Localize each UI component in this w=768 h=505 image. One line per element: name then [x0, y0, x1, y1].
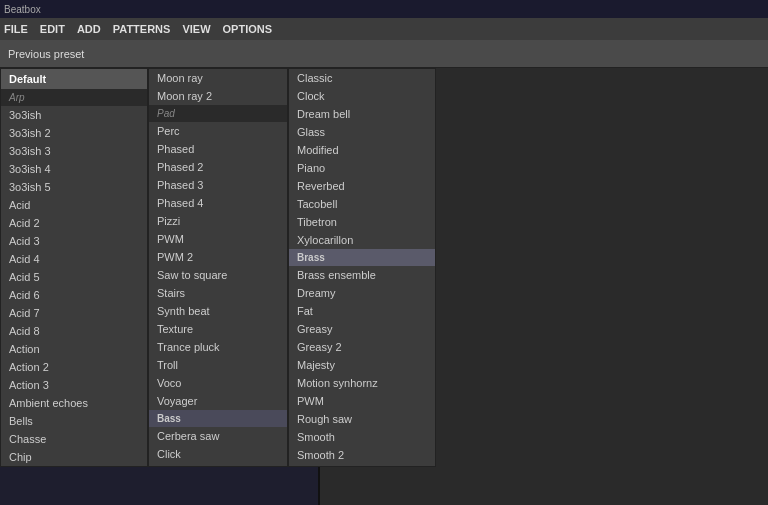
menu-patterns[interactable]: PATTERNS	[113, 23, 171, 35]
list-item[interactable]: Pizzi	[149, 212, 287, 230]
list-item[interactable]: Phased 4	[149, 194, 287, 212]
menu-options[interactable]: OPTIONS	[223, 23, 273, 35]
list-item[interactable]: Acid	[1, 196, 147, 214]
list-item[interactable]: Acid 6	[1, 286, 147, 304]
list-item[interactable]: Xylocarillon	[289, 231, 435, 249]
list-item[interactable]: Trance pluck	[149, 338, 287, 356]
list-item[interactable]: Phased 2	[149, 158, 287, 176]
list-item[interactable]: Acid 3	[1, 232, 147, 250]
menu-add[interactable]: ADD	[77, 23, 101, 35]
list-item[interactable]: Modified	[289, 141, 435, 159]
list-item[interactable]: Acid 2	[1, 214, 147, 232]
dropdown-col-2: Moon ray Moon ray 2 Pad Perc Phased Phas…	[148, 68, 288, 467]
dropdown-col2-section-pad: Pad	[149, 105, 287, 122]
list-item[interactable]: Dreamy	[289, 284, 435, 302]
menu-view[interactable]: VIEW	[182, 23, 210, 35]
list-item[interactable]: Glass	[289, 123, 435, 141]
list-item[interactable]: Acid 7	[1, 304, 147, 322]
list-item[interactable]: Moon ray	[149, 69, 287, 87]
menu-edit[interactable]: EDIT	[40, 23, 65, 35]
list-item[interactable]: Rough saw	[289, 410, 435, 428]
list-item[interactable]: Moon ray 2	[149, 87, 287, 105]
list-item[interactable]: Tibetron	[289, 213, 435, 231]
list-item[interactable]: 3o3ish 2	[1, 124, 147, 142]
list-item[interactable]: Acid 5	[1, 268, 147, 286]
menu-bar: FILE EDIT ADD PATTERNS VIEW OPTIONS	[0, 18, 768, 40]
list-item[interactable]: Smooth	[289, 428, 435, 446]
list-item[interactable]: Ambient echoes	[1, 394, 147, 412]
previous-preset-label: Previous preset	[8, 48, 84, 60]
list-item[interactable]: PWM 2	[149, 248, 287, 266]
list-item[interactable]: Brass ensemble	[289, 266, 435, 284]
list-item[interactable]: Phased	[149, 140, 287, 158]
list-item[interactable]: Cerbera saw	[149, 427, 287, 445]
list-item[interactable]: Greasy 2	[289, 338, 435, 356]
list-item[interactable]: Smooth 2	[289, 446, 435, 464]
list-item[interactable]: Stairs	[149, 284, 287, 302]
list-item[interactable]: Piano	[289, 159, 435, 177]
list-item[interactable]: 3o3ish	[1, 106, 147, 124]
list-item[interactable]: Voco	[149, 374, 287, 392]
list-item[interactable]: Fat	[289, 302, 435, 320]
list-item[interactable]: Action	[1, 340, 147, 358]
list-item[interactable]: Motion synhornz	[289, 374, 435, 392]
list-item[interactable]: Perc	[149, 122, 287, 140]
list-item[interactable]: Clock	[289, 87, 435, 105]
list-item[interactable]: Action 2	[1, 358, 147, 376]
list-item[interactable]: Phased 3	[149, 176, 287, 194]
list-item[interactable]: 3o3ish 4	[1, 160, 147, 178]
title-text: Beatbox	[4, 4, 41, 15]
list-item[interactable]: 3o3ish 3	[1, 142, 147, 160]
list-item[interactable]: Reverbed	[289, 177, 435, 195]
main-layout: Sytrus (Master) MAIN OP 1 OP 2 SH	[0, 68, 768, 505]
list-item[interactable]: Bells	[1, 412, 147, 430]
dropdown-col3-section-brass: Brass	[289, 249, 435, 266]
list-item[interactable]: PWM	[289, 392, 435, 410]
list-item[interactable]: Majesty	[289, 356, 435, 374]
dropdown-col1-section-arp: Arp	[1, 89, 147, 106]
list-item[interactable]: Tacobell	[289, 195, 435, 213]
dropdown-overlay: Default Arp 3o3ish 3o3ish 2 3o3ish 3 3o3…	[0, 68, 436, 467]
list-item[interactable]: Synth beat	[149, 302, 287, 320]
preset-bar: Previous preset	[0, 40, 768, 68]
list-item[interactable]: Dream bell	[289, 105, 435, 123]
list-item[interactable]: Acid 4	[1, 250, 147, 268]
list-item[interactable]: Texture	[149, 320, 287, 338]
menu-file[interactable]: FILE	[4, 23, 28, 35]
list-item[interactable]: PWM	[149, 230, 287, 248]
list-item[interactable]: Chip	[1, 448, 147, 466]
list-item[interactable]: Click	[149, 445, 287, 463]
list-item[interactable]: Chasse	[1, 430, 147, 448]
dropdown-col2-section-bass: Bass	[149, 410, 287, 427]
list-item[interactable]: Classic	[289, 69, 435, 87]
list-item[interactable]: Troll	[149, 356, 287, 374]
list-item[interactable]: Saw to square	[149, 266, 287, 284]
list-item[interactable]: Acid 8	[1, 322, 147, 340]
dropdown-col-3: Classic Clock Dream bell Glass Modified …	[288, 68, 436, 467]
list-item[interactable]: 3o3ish 5	[1, 178, 147, 196]
list-item[interactable]: Voyager	[149, 392, 287, 410]
list-item[interactable]: Action 3	[1, 376, 147, 394]
title-bar: Beatbox	[0, 0, 768, 18]
dropdown-col-1: Default Arp 3o3ish 3o3ish 2 3o3ish 3 3o3…	[0, 68, 148, 467]
dropdown-col1-header[interactable]: Default	[1, 69, 147, 89]
list-item[interactable]: Greasy	[289, 320, 435, 338]
